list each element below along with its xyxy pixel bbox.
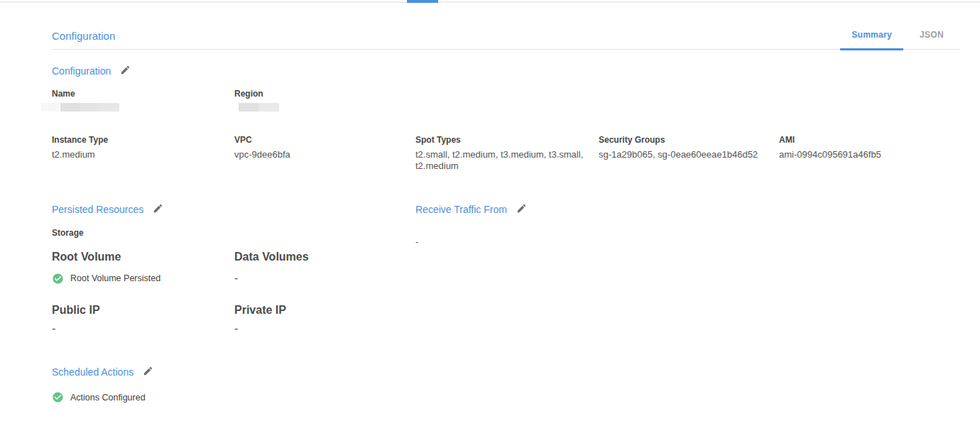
field-instance-type: Instance Type t2.medium: [52, 136, 234, 172]
check-circle-icon: [52, 391, 64, 403]
scheduled-actions-status: Actions Configured: [52, 391, 960, 403]
scheduled-actions-status-text: Actions Configured: [70, 393, 146, 403]
edit-configuration-button[interactable]: [120, 65, 131, 77]
field-region-redacted-value: [239, 103, 279, 111]
configuration-section-heading: Configuration: [52, 65, 960, 77]
public-ip-value: -: [52, 322, 234, 335]
field-ami: AMI ami-0994c095691a46fb5: [779, 136, 960, 172]
field-vpc: VPC vpc-9dee6bfa: [234, 136, 415, 172]
pencil-edit-icon: [153, 203, 163, 216]
field-name-label: Name: [52, 89, 234, 98]
field-spot-types: Spot Types t2.small, t2.medium, t3.mediu…: [415, 136, 599, 172]
root-volume-status: Root Volume Persisted: [52, 272, 234, 285]
data-volumes-value: -: [234, 272, 415, 285]
pencil-edit-icon: [516, 203, 527, 216]
field-name-redacted-value: [41, 103, 119, 111]
view-tabs: Summary JSON: [840, 30, 960, 50]
volume-values-row: Root Volume Persisted -: [52, 272, 415, 285]
root-volume-status-text: Root Volume Persisted: [70, 273, 160, 283]
receive-traffic-value: -: [415, 236, 960, 247]
field-instance-type-label: Instance Type: [52, 136, 234, 144]
public-ip-label: Public IP: [52, 304, 234, 317]
field-name: Name: [52, 89, 234, 111]
field-spot-types-label: Spot Types: [415, 136, 599, 144]
configuration-fields-row2: Instance Type t2.medium VPC vpc-9dee6bfa…: [52, 136, 960, 172]
panel-header: Configuration Summary JSON: [52, 0, 960, 50]
persisted-resources-section: Persisted Resources Storage Root Volume …: [52, 203, 415, 335]
receive-traffic-section: Receive Traffic From -: [415, 203, 960, 335]
field-instance-type-value: t2.medium: [52, 149, 222, 160]
storage-group-label: Storage: [52, 229, 415, 237]
pencil-edit-icon: [143, 366, 153, 378]
page-title: Configuration: [52, 30, 115, 42]
configuration-panel: Configuration Summary JSON Configuration…: [52, 0, 960, 403]
edit-receive-traffic-button[interactable]: [516, 203, 527, 216]
ip-labels-row: Public IP Private IP: [52, 304, 415, 317]
receive-traffic-heading: Receive Traffic From: [415, 203, 960, 216]
field-region-label: Region: [234, 89, 415, 98]
field-security-groups-value: sg-1a29b065, sg-0eae60eeae1b46d52: [599, 149, 769, 160]
volume-labels-row: Root Volume Data Volumes: [52, 251, 415, 263]
persisted-resources-title: Persisted Resources: [52, 204, 143, 215]
check-circle-icon: [52, 273, 64, 285]
private-ip-value: -: [234, 322, 415, 335]
tab-json[interactable]: JSON: [903, 30, 960, 50]
field-security-groups-label: Security Groups: [599, 136, 779, 144]
persisted-resources-heading: Persisted Resources: [52, 203, 415, 216]
field-ami-value: ami-0994c095691a46fb5: [779, 149, 949, 160]
field-ami-label: AMI: [779, 136, 960, 144]
edit-scheduled-actions-button[interactable]: [143, 366, 153, 378]
scheduled-actions-title: Scheduled Actions: [52, 366, 134, 378]
field-security-groups: Security Groups sg-1a29b065, sg-0eae60ee…: [599, 136, 779, 172]
ip-values-row: - -: [52, 322, 415, 335]
data-volumes-label: Data Volumes: [234, 251, 415, 263]
receive-traffic-title: Receive Traffic From: [415, 204, 507, 215]
middle-sections: Persisted Resources Storage Root Volume …: [52, 203, 960, 335]
field-spot-types-value: t2.small, t2.medium, t3.medium, t3.small…: [415, 149, 586, 172]
edit-persisted-resources-button[interactable]: [153, 203, 163, 216]
pencil-edit-icon: [120, 65, 131, 77]
field-vpc-value: vpc-9dee6bfa: [234, 149, 405, 160]
root-volume-label: Root Volume: [52, 251, 234, 263]
configuration-fields-row1: Name Region: [52, 89, 960, 111]
tab-summary[interactable]: Summary: [840, 30, 903, 50]
private-ip-label: Private IP: [234, 304, 415, 317]
field-vpc-label: VPC: [234, 136, 415, 144]
configuration-section-title: Configuration: [52, 65, 111, 77]
field-region: Region: [234, 89, 415, 111]
scheduled-actions-heading: Scheduled Actions: [52, 366, 960, 378]
